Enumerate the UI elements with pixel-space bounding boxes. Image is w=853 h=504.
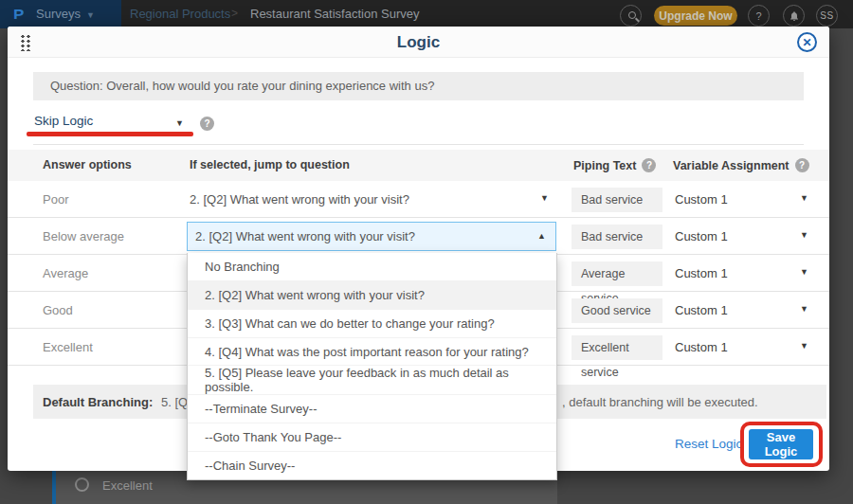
chevron-down-icon: ▼ <box>86 10 95 20</box>
breadcrumb-current: Restaurant Satisfaction Survey <box>250 7 419 21</box>
default-branching-label: Default Branching: <box>43 395 153 409</box>
background-radio-label: Excellent <box>102 478 153 493</box>
dropdown-option-no-branching[interactable]: No Branching <box>188 253 556 281</box>
answer-option-label: Excellent <box>43 340 93 354</box>
answer-option-label: Good <box>43 303 73 317</box>
question-context-bar: Question: Overall, how would you rate yo… <box>33 72 804 100</box>
background-question-accent-bar <box>52 471 56 504</box>
bell-icon <box>789 10 800 22</box>
dropdown-option-goto-thank-you[interactable]: --Goto Thank You Page-- <box>188 423 556 452</box>
answer-option-label: Below average <box>43 229 124 243</box>
nav-surveys-menu[interactable]: Surveys▼ <box>36 7 95 21</box>
dropdown-option-terminate-survey[interactable]: --Terminate Survey-- <box>188 395 556 423</box>
chevron-down-icon[interactable]: ▼ <box>800 304 808 314</box>
chevron-down-icon[interactable]: ▼ <box>540 193 549 203</box>
variable-select-value[interactable]: Custom 1 <box>675 340 728 354</box>
chevron-down-icon: ▼ <box>175 118 184 128</box>
dropdown-option-q5[interactable]: 5. [Q5] Please leave your feedback in as… <box>188 366 556 395</box>
upgrade-now-button[interactable]: Upgrade Now <box>654 6 737 26</box>
piping-text-label: Piping Text <box>573 159 636 172</box>
annotation-red-underline <box>27 132 193 136</box>
nav-surveys-label: Surveys <box>36 7 81 21</box>
notifications-button[interactable] <box>783 5 805 27</box>
help-button[interactable]: ? <box>748 5 770 27</box>
variable-select-value[interactable]: Custom 1 <box>675 229 728 243</box>
modal-title: Logic <box>8 33 829 52</box>
table-row-poor: Poor 2. [Q2] What went wrong with your v… <box>8 181 829 218</box>
dropdown-option-q4[interactable]: 4. [Q4] What was the post important reas… <box>188 338 556 367</box>
variable-assignment-label: Variable Assignment <box>673 159 789 172</box>
combobox-value: 2. [Q2] What went wrong with your visit? <box>195 229 415 243</box>
chevron-down-icon[interactable]: ▼ <box>800 230 808 240</box>
piping-text-input[interactable]: Bad service <box>572 225 662 249</box>
chevron-down-icon[interactable]: ▼ <box>800 193 808 203</box>
piping-text-input[interactable]: Excellent service <box>572 335 662 360</box>
dropdown-option-q2[interactable]: 2. [Q2] What went wrong with your visit? <box>188 281 556 310</box>
piping-text-input[interactable]: Average service <box>572 261 662 286</box>
logic-help-icon[interactable]: ? <box>200 117 214 131</box>
page: P Surveys▼ Regional Products > Restauran… <box>0 0 853 504</box>
top-navigation-bar: P Surveys▼ Regional Products > Restauran… <box>0 0 853 28</box>
search-icon <box>628 11 636 19</box>
variable-select-value[interactable]: Custom 1 <box>675 192 728 207</box>
column-header-answer-options: Answer options <box>43 158 132 171</box>
chevron-down-icon[interactable]: ▼ <box>800 341 808 351</box>
app-logo: P <box>13 6 24 23</box>
reset-logic-link[interactable]: Reset Logic <box>675 437 742 451</box>
dropdown-option-chain-survey[interactable]: --Chain Survey-- <box>188 452 556 479</box>
user-avatar[interactable]: SS <box>816 5 838 27</box>
column-header-piping-text: Piping Text? <box>573 158 656 172</box>
default-branching-note: , default branching will be executed. <box>562 395 758 409</box>
table-row-below-average: Below average 2. [Q2] What went wrong wi… <box>8 218 829 255</box>
logic-type-value: Skip Logic <box>34 114 93 128</box>
search-button[interactable] <box>620 5 642 27</box>
dropdown-option-q3[interactable]: 3. [Q3] What can we do better to change … <box>188 310 556 338</box>
variable-select-value[interactable]: Custom 1 <box>675 266 728 280</box>
help-icon: ? <box>755 10 761 22</box>
divider <box>33 144 804 145</box>
logic-table-header: Answer options If selected, jump to ques… <box>8 150 829 181</box>
background-radio-excellent <box>75 477 89 492</box>
piping-text-input[interactable]: Good service <box>572 298 662 323</box>
jump-question-combobox-open[interactable]: 2. [Q2] What went wrong with your visit?… <box>187 222 556 251</box>
jump-question-select[interactable]: 2. [Q2] What went wrong with your visit? <box>190 192 409 207</box>
annotation-red-box <box>740 422 823 467</box>
chevron-up-icon: ▲ <box>537 223 546 250</box>
answer-option-label: Poor <box>43 192 68 207</box>
breadcrumb-separator: > <box>231 7 238 20</box>
column-header-jump: If selected, jump to question <box>190 158 350 171</box>
chevron-down-icon[interactable]: ▼ <box>800 267 808 277</box>
variable-select-value[interactable]: Custom 1 <box>675 303 728 317</box>
answer-option-label: Average <box>43 266 88 280</box>
jump-question-dropdown-panel: No Branching 2. [Q2] What went wrong wit… <box>187 253 557 480</box>
column-header-variable-assignment: Variable Assignment? <box>673 158 809 172</box>
breadcrumb-parent[interactable]: Regional Products <box>130 7 230 21</box>
variable-help-icon[interactable]: ? <box>795 158 809 172</box>
piping-text-input[interactable]: Bad service <box>572 188 662 212</box>
modal-header: Logic ✕ <box>8 27 829 58</box>
piping-help-icon[interactable]: ? <box>642 158 656 172</box>
close-icon[interactable]: ✕ <box>797 32 817 52</box>
